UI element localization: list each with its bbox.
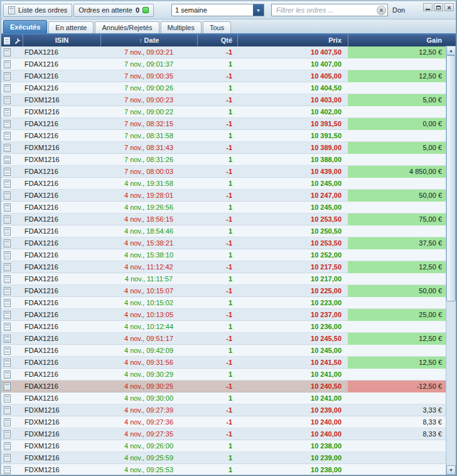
- row-tool-cell: [13, 249, 23, 261]
- table-row[interactable]: FDXM12164 nov., 09:26:00110 238,00: [1, 440, 446, 452]
- tab-en-attente[interactable]: En attente: [48, 21, 94, 33]
- cell-date: 4 nov., 09:42:09: [100, 345, 197, 357]
- table-row[interactable]: FDAX12164 nov., 10:15:02110 223,00: [1, 297, 446, 309]
- dropdown-arrow-icon[interactable]: ▼: [253, 4, 264, 16]
- column-header-row-icon[interactable]: [1, 35, 13, 46]
- order-document-icon: [4, 192, 11, 200]
- pending-orders-button[interactable]: Ordres en attente 0: [73, 4, 154, 17]
- table-row[interactable]: FDAX12167 nov., 09:03:21-110 407,5012,50…: [1, 46, 446, 58]
- cell-qty: 1: [197, 452, 237, 464]
- column-header-qty[interactable]: Qté: [197, 35, 237, 46]
- cell-qty: 1: [197, 321, 237, 333]
- cell-gain: [348, 106, 446, 118]
- cell-qty: 1: [197, 225, 237, 237]
- close-button[interactable]: ×: [444, 3, 454, 11]
- cell-isin: FDXM1216: [23, 452, 100, 464]
- filter-input[interactable]: [275, 6, 377, 14]
- table-header: ISIN ↑Date Qté Prix Gain: [1, 35, 456, 46]
- row-icon-cell: [1, 404, 13, 416]
- orders-window: Liste des ordres Ordres en attente 0 1 s…: [0, 0, 457, 476]
- cell-isin: FDXM1216: [23, 154, 100, 166]
- scroll-up-button[interactable]: ▲: [446, 46, 456, 55]
- table-row[interactable]: FDAX12164 nov., 10:15:07-110 225,0050,00…: [1, 285, 446, 297]
- period-select[interactable]: 1 semaine ▼: [171, 4, 264, 16]
- column-header-gain[interactable]: Gain: [348, 35, 446, 46]
- tab-tous[interactable]: Tous: [203, 21, 231, 33]
- table-row[interactable]: FDAX12164 nov., 15:38:10110 252,00: [1, 249, 446, 261]
- pending-status-indicator-icon: [142, 7, 149, 13]
- vertical-scrollbar[interactable]: ▲ ▼: [446, 46, 456, 475]
- table-row[interactable]: FDAX12167 nov., 08:00:03-110 439,004 850…: [1, 166, 446, 178]
- table-row[interactable]: FDAX12164 nov., 10:13:05-110 237,0025,00…: [1, 309, 446, 321]
- cell-qty: 1: [197, 392, 237, 404]
- table-row[interactable]: FDAX12164 nov., 09:31:56-110 241,5012,50…: [1, 357, 446, 369]
- column-header-date[interactable]: ↑Date: [100, 35, 197, 46]
- table-row[interactable]: FDXM12167 nov., 09:00:22110 402,00: [1, 106, 446, 118]
- row-tool-cell: [13, 70, 23, 82]
- tab-annules-rejetes[interactable]: Annulés/Rejetés: [95, 21, 159, 33]
- row-tool-cell: [13, 58, 23, 70]
- table-row[interactable]: FDAX12164 nov., 09:30:25-110 240,50-12,5…: [1, 381, 446, 392]
- cell-prix: 10 238,00: [237, 440, 348, 452]
- table-row[interactable]: FDXM12167 nov., 09:00:23-110 403,005,00 …: [1, 94, 446, 106]
- column-header-isin[interactable]: ISIN: [23, 35, 100, 46]
- cell-date: 4 nov., 10:13:05: [100, 309, 197, 321]
- table-row[interactable]: FDAX12164 nov., 09:30:00110 241,00: [1, 392, 446, 404]
- table-row[interactable]: FDAX12164 nov., 15:38:21-110 253,5037,50…: [1, 237, 446, 249]
- order-document-icon: [4, 180, 11, 188]
- cell-prix: 10 403,00: [237, 94, 348, 106]
- cell-qty: -1: [197, 404, 237, 416]
- tab-executes[interactable]: Exécutés: [3, 20, 47, 33]
- cell-gain: -12,50 €: [348, 381, 446, 392]
- table-row[interactable]: FDAX12164 nov., 19:28:01-110 247,0050,00…: [1, 190, 446, 202]
- table-row[interactable]: FDAX12167 nov., 09:00:35-110 405,0012,50…: [1, 70, 446, 82]
- scrollbar-thumb[interactable]: [446, 55, 456, 301]
- table-row[interactable]: FDXM12164 nov., 09:27:36-110 240,008,33 …: [1, 416, 446, 428]
- table-row[interactable]: FDAX12164 nov., 18:54:46110 250,50: [1, 225, 446, 237]
- table-row[interactable]: FDAX12164 nov., 09:51:17-110 245,5012,50…: [1, 333, 446, 345]
- cell-gain: 75,00 €: [348, 214, 446, 225]
- table-row[interactable]: FDAX12164 nov., 09:42:09110 245,00: [1, 345, 446, 357]
- scrollbar-track[interactable]: [446, 55, 456, 465]
- cell-qty: 1: [197, 58, 237, 70]
- table-row[interactable]: FDAX12164 nov., 11:12:42-110 217,5012,50…: [1, 261, 446, 273]
- minimize-button[interactable]: [423, 3, 433, 11]
- table-row[interactable]: FDXM12164 nov., 09:25:53110 238,00: [1, 464, 446, 475]
- order-document-icon: [4, 347, 11, 355]
- orders-list-button[interactable]: Liste des ordres: [3, 4, 72, 17]
- table-row[interactable]: FDXM12164 nov., 09:25:59110 239,00: [1, 452, 446, 464]
- cell-gain: 8,33 €: [348, 416, 446, 428]
- maximize-button[interactable]: [434, 3, 443, 11]
- table-row[interactable]: FDXM12164 nov., 09:27:39-110 239,003,33 …: [1, 404, 446, 416]
- table-row[interactable]: FDAX12164 nov., 19:26:56110 245,00: [1, 202, 446, 214]
- tab-multiples[interactable]: Multiples: [161, 21, 202, 33]
- table-row[interactable]: FDAX12167 nov., 09:00:26110 404,50: [1, 82, 446, 94]
- column-header-tools[interactable]: [13, 35, 23, 46]
- table-row[interactable]: FDAX12164 nov., 09:30:29110 241,00: [1, 369, 446, 381]
- cell-gain: [348, 297, 446, 309]
- clear-filter-icon[interactable]: ×: [377, 6, 386, 15]
- table-row[interactable]: FDAX12164 nov., 18:56:15-110 253,5075,00…: [1, 214, 446, 225]
- table-row[interactable]: FDAX12164 nov., 10:12:44110 236,00: [1, 321, 446, 333]
- table-row[interactable]: FDAX12164 nov., 11:11:57110 217,00: [1, 273, 446, 285]
- table-row[interactable]: FDXM12167 nov., 08:31:43-110 389,005,00 …: [1, 142, 446, 154]
- column-header-prix[interactable]: Prix: [237, 35, 348, 46]
- cell-gain: [348, 392, 446, 404]
- row-tool-cell: [13, 225, 23, 237]
- table-row[interactable]: FDAX12164 nov., 19:31:58110 245,00: [1, 178, 446, 190]
- table-row[interactable]: FDXM12164 nov., 09:27:35-110 240,008,33 …: [1, 428, 446, 440]
- order-document-icon: [4, 263, 11, 271]
- cell-prix: 10 253,50: [237, 214, 348, 225]
- scroll-down-button[interactable]: ▼: [446, 465, 456, 475]
- row-icon-cell: [1, 416, 13, 428]
- table-row[interactable]: FDAX12167 nov., 08:31:58110 391,50: [1, 130, 446, 142]
- table-row[interactable]: FDAX12167 nov., 08:32:15-110 391,500,00 …: [1, 118, 446, 130]
- cell-date: 4 nov., 09:27:39: [100, 404, 197, 416]
- cell-isin: FDAX1216: [23, 273, 100, 285]
- orders-list-icon: [8, 6, 15, 14]
- window-controls: ×: [423, 3, 454, 11]
- row-icon-cell: [1, 309, 13, 321]
- row-tool-cell: [13, 285, 23, 297]
- table-row[interactable]: FDAX12167 nov., 09:01:37110 407,00: [1, 58, 446, 70]
- table-row[interactable]: FDXM12167 nov., 08:31:26110 388,00: [1, 154, 446, 166]
